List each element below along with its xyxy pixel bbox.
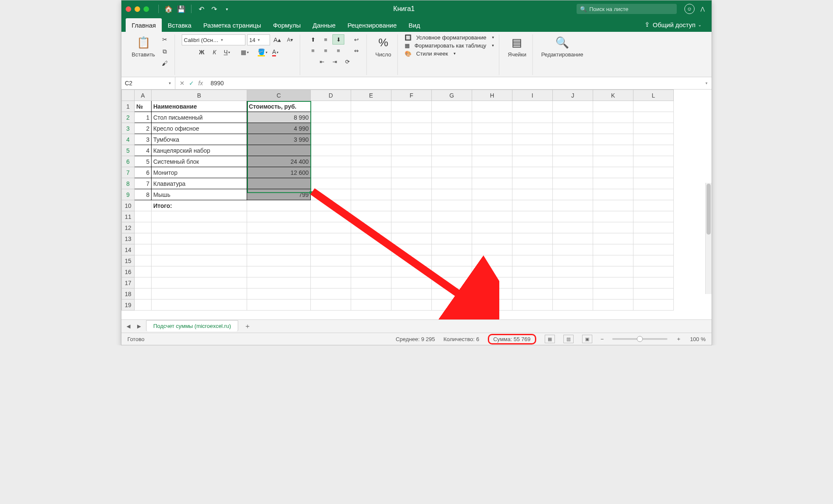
cell[interactable] [351, 200, 391, 211]
cell[interactable] [553, 211, 593, 222]
cell[interactable]: Системный блок [152, 156, 247, 167]
cell[interactable] [351, 178, 391, 189]
cell[interactable] [553, 222, 593, 233]
cell[interactable] [633, 233, 674, 244]
cell[interactable] [311, 300, 351, 311]
cell[interactable] [593, 167, 633, 178]
cell[interactable] [633, 178, 674, 189]
col-header[interactable]: A [135, 90, 152, 101]
cell[interactable] [247, 300, 311, 311]
cell[interactable] [472, 156, 512, 167]
col-header[interactable]: B [152, 90, 247, 101]
cell[interactable] [553, 300, 593, 311]
cell[interactable] [247, 145, 311, 156]
cell[interactable] [432, 255, 472, 266]
cell[interactable] [553, 288, 593, 300]
zoom-in-icon[interactable]: ＋ [676, 335, 681, 343]
cell[interactable] [311, 167, 351, 178]
cell[interactable] [512, 255, 553, 266]
cell[interactable] [152, 266, 247, 277]
merge-cells-icon[interactable]: ⇔ [350, 45, 362, 56]
zoom-slider[interactable] [612, 338, 667, 340]
cell[interactable] [512, 266, 553, 277]
cell[interactable] [351, 211, 391, 222]
cell[interactable] [432, 222, 472, 233]
home-icon[interactable]: 🏠 [164, 4, 173, 14]
cell[interactable] [472, 233, 512, 244]
cell[interactable] [311, 123, 351, 134]
cell[interactable] [391, 233, 432, 244]
cell[interactable]: Мышь [152, 189, 247, 200]
cell[interactable]: Монитор [152, 167, 247, 178]
cell[interactable] [351, 123, 391, 134]
cell-styles-button[interactable]: 🎨 Стили ячеек ▼ [405, 50, 456, 57]
cell[interactable] [553, 167, 593, 178]
cell[interactable] [553, 200, 593, 211]
row-header[interactable]: 6 [122, 156, 135, 167]
align-left-icon[interactable]: ≡ [307, 45, 319, 56]
cell[interactable] [512, 233, 553, 244]
cell[interactable] [432, 123, 472, 134]
cell[interactable] [633, 167, 674, 178]
cell[interactable] [311, 222, 351, 233]
cell[interactable]: 5 [135, 156, 152, 167]
minimize-icon[interactable] [135, 6, 140, 12]
col-header[interactable]: D [311, 90, 351, 101]
cell[interactable] [593, 244, 633, 255]
cell[interactable] [311, 134, 351, 145]
row-header[interactable]: 9 [122, 189, 135, 200]
cell[interactable] [633, 300, 674, 311]
normal-view-icon[interactable]: ▦ [545, 335, 555, 343]
cell[interactable] [432, 145, 472, 156]
row-header[interactable]: 15 [122, 255, 135, 266]
format-painter-icon[interactable]: 🖌 [159, 58, 170, 68]
undo-icon[interactable]: ↶ [197, 4, 206, 14]
share-button[interactable]: ⇪ Общий доступ ⌄ [639, 17, 707, 32]
cell[interactable] [391, 300, 432, 311]
cell[interactable] [472, 277, 512, 288]
cell[interactable] [152, 300, 247, 311]
cell[interactable] [472, 300, 512, 311]
row-header[interactable]: 14 [122, 244, 135, 255]
cell[interactable] [351, 167, 391, 178]
cell[interactable]: Клавиатура [152, 178, 247, 189]
font-color-icon[interactable]: A▼ [270, 47, 281, 57]
cell[interactable] [391, 112, 432, 123]
cell[interactable] [391, 167, 432, 178]
cell[interactable] [351, 156, 391, 167]
cell[interactable] [593, 222, 633, 233]
cell[interactable] [432, 178, 472, 189]
add-sheet-icon[interactable]: ＋ [242, 322, 253, 331]
sheet-nav-prev-icon[interactable]: ◀ [125, 322, 132, 330]
vertical-scrollbar[interactable] [705, 183, 712, 294]
align-top-icon[interactable]: ⬆ [307, 34, 319, 45]
cell[interactable] [135, 233, 152, 244]
cell[interactable] [135, 222, 152, 233]
col-header[interactable]: I [512, 90, 553, 101]
cell[interactable] [633, 200, 674, 211]
cell[interactable] [593, 123, 633, 134]
cell[interactable] [432, 244, 472, 255]
cell[interactable] [512, 277, 553, 288]
cell[interactable] [472, 255, 512, 266]
cell[interactable] [512, 178, 553, 189]
decrease-indent-icon[interactable]: ⇤ [316, 56, 328, 67]
row-header[interactable]: 10 [122, 200, 135, 211]
cell[interactable] [633, 288, 674, 300]
cell[interactable] [553, 266, 593, 277]
redo-icon[interactable]: ↷ [209, 4, 219, 14]
cell[interactable] [633, 101, 674, 112]
cell[interactable] [432, 112, 472, 123]
cell[interactable] [472, 178, 512, 189]
cell[interactable] [135, 200, 152, 211]
formula-input[interactable]: 8990 [207, 80, 701, 87]
paste-button[interactable]: 📋 Вставить [130, 34, 157, 59]
cell[interactable] [135, 266, 152, 277]
cell[interactable] [247, 244, 311, 255]
cell[interactable] [553, 178, 593, 189]
cell[interactable] [351, 266, 391, 277]
cell[interactable] [593, 233, 633, 244]
cell[interactable] [247, 255, 311, 266]
cell[interactable] [593, 178, 633, 189]
col-header[interactable]: J [553, 90, 593, 101]
